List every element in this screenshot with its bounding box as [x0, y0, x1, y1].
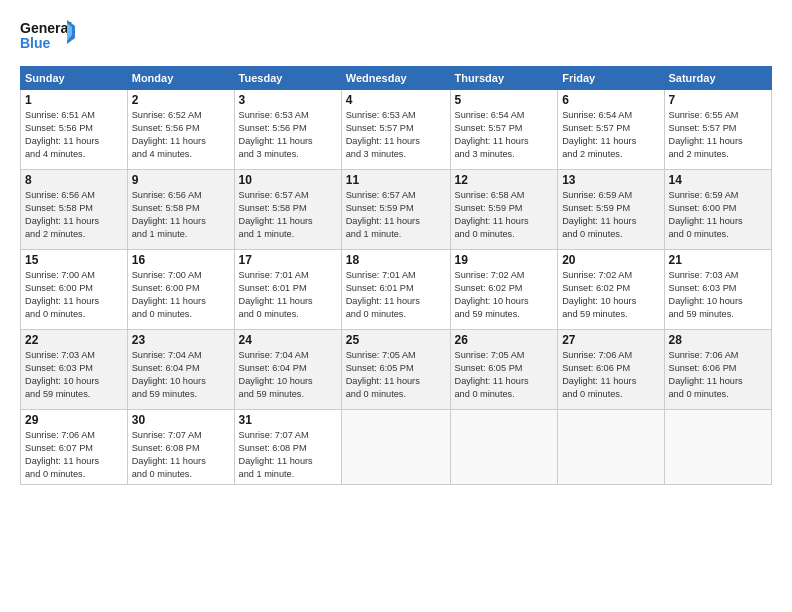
calendar-cell: 18Sunrise: 7:01 AMSunset: 6:01 PMDayligh… [341, 250, 450, 330]
calendar-cell [450, 410, 558, 485]
calendar-cell: 13Sunrise: 6:59 AMSunset: 5:59 PMDayligh… [558, 170, 664, 250]
day-number: 11 [346, 173, 446, 187]
week-row-2: 8Sunrise: 6:56 AMSunset: 5:58 PMDaylight… [21, 170, 772, 250]
day-number: 18 [346, 253, 446, 267]
col-friday: Friday [558, 67, 664, 90]
week-row-1: 1Sunrise: 6:51 AMSunset: 5:56 PMDaylight… [21, 90, 772, 170]
calendar-cell: 12Sunrise: 6:58 AMSunset: 5:59 PMDayligh… [450, 170, 558, 250]
day-info: Sunrise: 7:03 AMSunset: 6:03 PMDaylight:… [669, 269, 768, 321]
day-number: 5 [455, 93, 554, 107]
day-number: 19 [455, 253, 554, 267]
calendar-cell: 6Sunrise: 6:54 AMSunset: 5:57 PMDaylight… [558, 90, 664, 170]
svg-text:General: General [20, 20, 72, 36]
calendar-cell: 28Sunrise: 7:06 AMSunset: 6:06 PMDayligh… [664, 330, 772, 410]
day-info: Sunrise: 7:06 AMSunset: 6:07 PMDaylight:… [25, 429, 123, 481]
calendar-cell: 29Sunrise: 7:06 AMSunset: 6:07 PMDayligh… [21, 410, 128, 485]
day-info: Sunrise: 6:53 AMSunset: 5:56 PMDaylight:… [239, 109, 337, 161]
calendar-cell: 25Sunrise: 7:05 AMSunset: 6:05 PMDayligh… [341, 330, 450, 410]
day-info: Sunrise: 7:05 AMSunset: 6:05 PMDaylight:… [455, 349, 554, 401]
calendar-cell: 8Sunrise: 6:56 AMSunset: 5:58 PMDaylight… [21, 170, 128, 250]
calendar-cell: 9Sunrise: 6:56 AMSunset: 5:58 PMDaylight… [127, 170, 234, 250]
calendar-cell: 22Sunrise: 7:03 AMSunset: 6:03 PMDayligh… [21, 330, 128, 410]
calendar-cell: 20Sunrise: 7:02 AMSunset: 6:02 PMDayligh… [558, 250, 664, 330]
day-info: Sunrise: 6:56 AMSunset: 5:58 PMDaylight:… [132, 189, 230, 241]
day-number: 22 [25, 333, 123, 347]
day-number: 1 [25, 93, 123, 107]
day-info: Sunrise: 6:58 AMSunset: 5:59 PMDaylight:… [455, 189, 554, 241]
day-info: Sunrise: 7:00 AMSunset: 6:00 PMDaylight:… [132, 269, 230, 321]
day-info: Sunrise: 6:52 AMSunset: 5:56 PMDaylight:… [132, 109, 230, 161]
day-info: Sunrise: 6:56 AMSunset: 5:58 PMDaylight:… [25, 189, 123, 241]
calendar-cell: 7Sunrise: 6:55 AMSunset: 5:57 PMDaylight… [664, 90, 772, 170]
day-info: Sunrise: 7:01 AMSunset: 6:01 PMDaylight:… [239, 269, 337, 321]
day-info: Sunrise: 6:51 AMSunset: 5:56 PMDaylight:… [25, 109, 123, 161]
day-info: Sunrise: 7:04 AMSunset: 6:04 PMDaylight:… [239, 349, 337, 401]
day-info: Sunrise: 6:53 AMSunset: 5:57 PMDaylight:… [346, 109, 446, 161]
day-number: 3 [239, 93, 337, 107]
logo-svg: General Blue [20, 18, 75, 56]
week-row-3: 15Sunrise: 7:00 AMSunset: 6:00 PMDayligh… [21, 250, 772, 330]
calendar-cell: 11Sunrise: 6:57 AMSunset: 5:59 PMDayligh… [341, 170, 450, 250]
calendar-cell: 31Sunrise: 7:07 AMSunset: 6:08 PMDayligh… [234, 410, 341, 485]
calendar-cell: 3Sunrise: 6:53 AMSunset: 5:56 PMDaylight… [234, 90, 341, 170]
day-number: 17 [239, 253, 337, 267]
calendar-cell: 4Sunrise: 6:53 AMSunset: 5:57 PMDaylight… [341, 90, 450, 170]
day-number: 9 [132, 173, 230, 187]
calendar-cell: 16Sunrise: 7:00 AMSunset: 6:00 PMDayligh… [127, 250, 234, 330]
day-info: Sunrise: 7:06 AMSunset: 6:06 PMDaylight:… [669, 349, 768, 401]
calendar-cell: 17Sunrise: 7:01 AMSunset: 6:01 PMDayligh… [234, 250, 341, 330]
calendar-cell: 10Sunrise: 6:57 AMSunset: 5:58 PMDayligh… [234, 170, 341, 250]
day-number: 29 [25, 413, 123, 427]
week-row-5: 29Sunrise: 7:06 AMSunset: 6:07 PMDayligh… [21, 410, 772, 485]
day-number: 15 [25, 253, 123, 267]
logo: General Blue [20, 18, 75, 56]
day-info: Sunrise: 6:57 AMSunset: 5:58 PMDaylight:… [239, 189, 337, 241]
day-info: Sunrise: 6:59 AMSunset: 6:00 PMDaylight:… [669, 189, 768, 241]
calendar-cell [558, 410, 664, 485]
day-info: Sunrise: 6:57 AMSunset: 5:59 PMDaylight:… [346, 189, 446, 241]
day-number: 2 [132, 93, 230, 107]
header-row: Sunday Monday Tuesday Wednesday Thursday… [21, 67, 772, 90]
day-info: Sunrise: 6:54 AMSunset: 5:57 PMDaylight:… [562, 109, 659, 161]
calendar-cell: 14Sunrise: 6:59 AMSunset: 6:00 PMDayligh… [664, 170, 772, 250]
week-row-4: 22Sunrise: 7:03 AMSunset: 6:03 PMDayligh… [21, 330, 772, 410]
day-number: 4 [346, 93, 446, 107]
day-number: 21 [669, 253, 768, 267]
day-info: Sunrise: 6:55 AMSunset: 5:57 PMDaylight:… [669, 109, 768, 161]
calendar-cell [664, 410, 772, 485]
col-saturday: Saturday [664, 67, 772, 90]
day-number: 30 [132, 413, 230, 427]
day-info: Sunrise: 7:07 AMSunset: 6:08 PMDaylight:… [132, 429, 230, 481]
day-number: 25 [346, 333, 446, 347]
calendar-table: Sunday Monday Tuesday Wednesday Thursday… [20, 66, 772, 485]
day-number: 13 [562, 173, 659, 187]
day-number: 26 [455, 333, 554, 347]
day-info: Sunrise: 7:02 AMSunset: 6:02 PMDaylight:… [455, 269, 554, 321]
svg-text:Blue: Blue [20, 35, 51, 51]
day-number: 14 [669, 173, 768, 187]
day-info: Sunrise: 7:07 AMSunset: 6:08 PMDaylight:… [239, 429, 337, 481]
col-tuesday: Tuesday [234, 67, 341, 90]
calendar-cell: 23Sunrise: 7:04 AMSunset: 6:04 PMDayligh… [127, 330, 234, 410]
page: General Blue Sunday Monday Tuesday Wedne… [0, 0, 792, 612]
calendar-cell: 21Sunrise: 7:03 AMSunset: 6:03 PMDayligh… [664, 250, 772, 330]
day-number: 27 [562, 333, 659, 347]
calendar-cell: 27Sunrise: 7:06 AMSunset: 6:06 PMDayligh… [558, 330, 664, 410]
day-info: Sunrise: 6:54 AMSunset: 5:57 PMDaylight:… [455, 109, 554, 161]
col-monday: Monday [127, 67, 234, 90]
calendar-cell: 19Sunrise: 7:02 AMSunset: 6:02 PMDayligh… [450, 250, 558, 330]
day-number: 28 [669, 333, 768, 347]
day-info: Sunrise: 7:02 AMSunset: 6:02 PMDaylight:… [562, 269, 659, 321]
day-info: Sunrise: 7:00 AMSunset: 6:00 PMDaylight:… [25, 269, 123, 321]
col-sunday: Sunday [21, 67, 128, 90]
day-info: Sunrise: 7:01 AMSunset: 6:01 PMDaylight:… [346, 269, 446, 321]
day-number: 24 [239, 333, 337, 347]
day-number: 20 [562, 253, 659, 267]
day-info: Sunrise: 7:06 AMSunset: 6:06 PMDaylight:… [562, 349, 659, 401]
col-wednesday: Wednesday [341, 67, 450, 90]
day-number: 10 [239, 173, 337, 187]
calendar-cell: 30Sunrise: 7:07 AMSunset: 6:08 PMDayligh… [127, 410, 234, 485]
day-number: 12 [455, 173, 554, 187]
calendar-cell [341, 410, 450, 485]
day-info: Sunrise: 7:04 AMSunset: 6:04 PMDaylight:… [132, 349, 230, 401]
